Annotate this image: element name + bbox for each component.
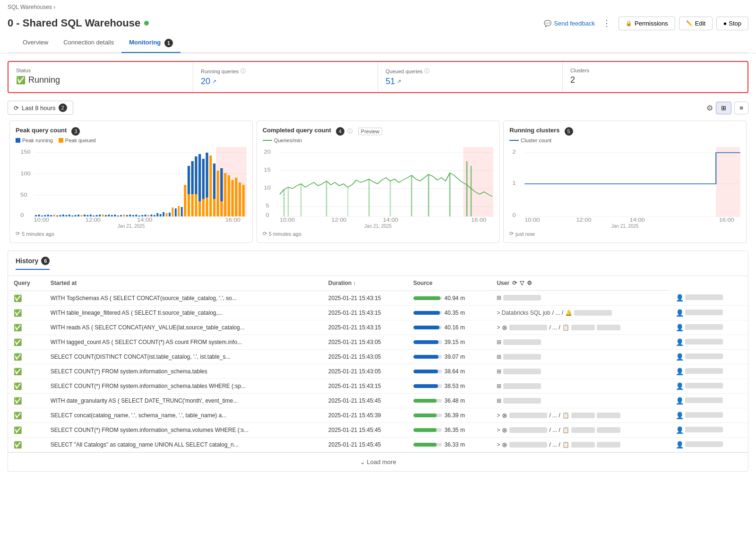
cell-status: ✅: [8, 393, 45, 408]
svg-text:0: 0: [513, 213, 516, 217]
success-icon: ✅: [14, 338, 22, 346]
cell-status: ✅: [8, 335, 45, 349]
svg-rect-60: [188, 166, 190, 194]
started-at-value: 2025-01-21 15:43:15: [328, 310, 381, 316]
source-cell: ⊞: [497, 368, 664, 375]
running-clusters-title: Running clusters: [509, 127, 559, 134]
tab-bar: Overview Connection details Monitoring 1: [8, 34, 748, 53]
cell-query[interactable]: SELECT COUNT(*) FROM system.information_…: [45, 422, 323, 437]
cell-duration: 40.16 m: [408, 320, 491, 335]
svg-text:0: 0: [20, 213, 24, 217]
history-title: History 6: [16, 257, 50, 270]
table-row[interactable]: ✅ WITH reads AS ( SELECT CONCAT(ANY_VALU…: [8, 320, 748, 335]
svg-text:1: 1: [513, 181, 516, 185]
cell-query[interactable]: SELECT COUNT(DISTINCT CONCAT(ist.table_c…: [45, 349, 323, 364]
sort-icon[interactable]: ↕: [353, 280, 356, 286]
send-feedback-button[interactable]: 💬 Send feedback: [544, 20, 595, 27]
settings-button[interactable]: ⚙: [706, 103, 713, 112]
svg-rect-19: [65, 215, 67, 216]
svg-text:15: 15: [264, 167, 270, 172]
table-row[interactable]: ✅ WITH table_lineage_filtered AS ( SELEC…: [8, 305, 748, 320]
source-cell: ⊞: [497, 383, 664, 389]
more-options-button[interactable]: ⋮: [599, 16, 615, 30]
filter-icon[interactable]: ▽: [520, 280, 524, 286]
source-blurred: [503, 398, 541, 404]
cell-status: ✅: [8, 364, 45, 379]
table-row[interactable]: ✅ SELECT concat(catalog_name, '.', schem…: [8, 408, 748, 422]
user-blurred: [685, 294, 723, 300]
duration-bar: 39.15 m: [413, 339, 465, 345]
tab-overview[interactable]: Overview: [15, 34, 56, 53]
cell-query[interactable]: SELECT "All Catalogs" as catalog_name UN…: [45, 437, 323, 452]
settings-table-icon[interactable]: ⚙: [527, 280, 532, 286]
list-view-button[interactable]: ≡: [734, 102, 748, 114]
query-text: WITH tagged_count AS ( SELECT COUNT(*) A…: [51, 339, 242, 345]
queued-queries-value[interactable]: 51 ↗: [386, 77, 555, 86]
table-row[interactable]: ✅ SELECT "All Catalogs" as catalog_name …: [8, 437, 748, 452]
source-cell: > ⊗ / ... / 📋: [497, 426, 664, 434]
tab-monitoring[interactable]: Monitoring 1: [121, 34, 180, 53]
permissions-button[interactable]: Permissions: [619, 17, 675, 30]
tab-connection-details[interactable]: Connection details: [56, 34, 121, 53]
svg-rect-40: [129, 215, 131, 216]
cell-query[interactable]: WITH tagged_count AS ( SELECT COUNT(*) A…: [45, 335, 323, 349]
stop-button[interactable]: Stop: [716, 17, 748, 30]
table-row[interactable]: ✅ SELECT COUNT(*) FROM system.informatio…: [8, 379, 748, 393]
running-icon: ✅: [16, 76, 26, 85]
status-cell-running-queries: Running queries ⓘ 20 ↗: [193, 62, 378, 92]
table-row[interactable]: ✅ WITH tagged_count AS ( SELECT COUNT(*)…: [8, 335, 748, 349]
breadcrumb[interactable]: SQL Warehouses ›: [8, 4, 748, 10]
cell-query[interactable]: WITH TopSchemas AS ( SELECT CONCAT(sourc…: [45, 291, 323, 305]
svg-text:14:00: 14:00: [383, 217, 398, 222]
peak-query-legend: Peak running Peak queued: [16, 138, 247, 143]
table-row[interactable]: ✅ SELECT COUNT(DISTINCT CONCAT(ist.table…: [8, 349, 748, 364]
load-more-button[interactable]: ⌄ Load more: [8, 452, 748, 471]
breadcrumb-parent[interactable]: SQL Warehouses: [8, 4, 52, 10]
table-row[interactable]: ✅ SELECT COUNT(*) FROM system.informatio…: [8, 364, 748, 379]
completed-query-number: 4: [336, 127, 344, 136]
clusters-chart-date: Jan 21, 2025: [509, 224, 740, 229]
query-text: SELECT concat(catalog_name, '.', schema_…: [51, 412, 226, 419]
query-text: WITH reads AS ( SELECT CONCAT(ANY_VALUE(…: [51, 324, 245, 331]
table-row[interactable]: ✅ WITH TopSchemas AS ( SELECT CONCAT(sou…: [8, 291, 748, 305]
cell-user: 👤: [670, 393, 748, 408]
cell-source: > ⊗ / ... / 📋: [491, 422, 670, 437]
running-queries-value[interactable]: 20 ↗: [201, 77, 370, 86]
grid-view-button[interactable]: ⊞: [716, 102, 731, 114]
peak-query-chart: Peak query count 3 Peak running Peak que…: [9, 121, 253, 243]
svg-text:150: 150: [20, 149, 30, 154]
cell-query[interactable]: WITH date_granularity AS ( SELECT DATE_T…: [45, 393, 323, 408]
legend-blue-icon: [16, 138, 20, 143]
completed-query-footer: ⟳ 5 minutes ago: [263, 231, 494, 237]
cell-query[interactable]: SELECT COUNT(*) FROM system.information_…: [45, 379, 323, 393]
duration-bar-bg: [413, 384, 442, 388]
page-title: 0 - Shared SQL Warehouse: [8, 17, 149, 29]
legend-cluster-count: Cluster count: [509, 138, 551, 143]
table-row[interactable]: ✅ SELECT COUNT(*) FROM system.informatio…: [8, 422, 748, 437]
duration-value: 40.94 m: [445, 295, 465, 302]
refresh-table-icon[interactable]: ⟳: [512, 280, 517, 286]
cell-query[interactable]: SELECT COUNT(*) FROM system.information_…: [45, 364, 323, 379]
table-row[interactable]: ✅ WITH date_granularity AS ( SELECT DATE…: [8, 393, 748, 408]
svg-rect-80: [235, 178, 237, 216]
cell-query[interactable]: WITH table_lineage_filtered AS ( SELECT …: [45, 305, 323, 320]
cell-query[interactable]: SELECT concat(catalog_name, '.', schema_…: [45, 408, 323, 422]
cell-status: ✅: [8, 320, 45, 335]
svg-text:16:00: 16:00: [719, 217, 734, 222]
duration-value: 38.53 m: [445, 383, 465, 389]
cell-query[interactable]: WITH reads AS ( SELECT CONCAT(ANY_VALUE(…: [45, 320, 323, 335]
svg-rect-27: [90, 215, 92, 216]
edit-button[interactable]: Edit: [679, 17, 713, 30]
user-blurred: [685, 310, 723, 315]
duration-bar-bg: [413, 326, 442, 329]
permissions-label: Permissions: [635, 20, 668, 27]
source-blurred-sm: [571, 413, 595, 418]
time-range-selector[interactable]: ⟳ Last 8 hours 2: [8, 101, 73, 115]
duration-bar: 36.35 m: [413, 427, 465, 433]
user-blurred: [685, 383, 723, 388]
legend-orange-icon: [59, 138, 63, 143]
user-icon: 👤: [676, 368, 684, 375]
svg-rect-44: [141, 215, 143, 216]
duration-bar: 40.94 m: [413, 295, 465, 302]
svg-rect-15: [53, 215, 55, 216]
